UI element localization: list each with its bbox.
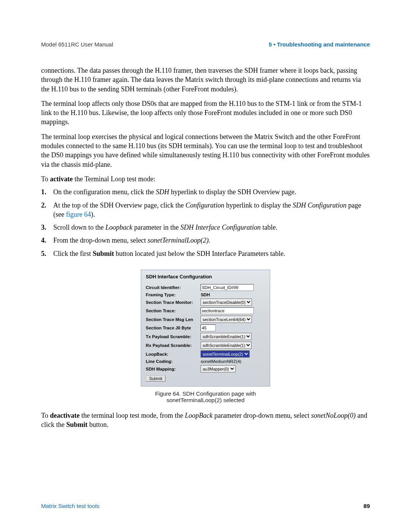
deact-loopback: LoopBack xyxy=(185,412,213,419)
step-4: 4. From the drop-down menu, select sonet… xyxy=(41,236,370,245)
row-linecode: Line Coding: sonetMediumNRZ(4) xyxy=(146,358,265,364)
label-stmsglen: Section Trace Msg Len xyxy=(146,315,201,324)
deact-mid: the terminal loop test mode, from the xyxy=(80,412,185,419)
label-stmon: Section Trace Monitor: xyxy=(146,298,201,307)
step-ital: Loopback xyxy=(105,224,132,231)
step-number: 1. xyxy=(41,187,46,197)
step-text: hyperlink to display the SDH Overview pa… xyxy=(169,188,296,196)
step-2: 2. At the top of the SDH Overview page, … xyxy=(41,201,370,219)
sdh-config-title: SDH Interface Configuration xyxy=(146,274,265,280)
step-text: From the drop-down menu, select xyxy=(53,236,148,244)
activate-post: the Terminal Loop test mode: xyxy=(73,175,155,183)
step-3: 3. Scroll down to the Loopback parameter… xyxy=(41,223,370,232)
step-number: 5. xyxy=(41,249,46,258)
step-ital: SDH xyxy=(156,188,169,196)
deact-end: button. xyxy=(88,421,108,428)
deact-submit: Submit xyxy=(66,421,88,428)
step-ital: SDH Interface Configuration xyxy=(180,224,261,231)
deact-pre: To xyxy=(41,412,50,419)
rx-payload-scramble-select[interactable]: sdhScrambleEnable(1) xyxy=(201,342,252,349)
step-ital: SDH Configuration xyxy=(293,201,347,209)
row-sdhmap: SDH Mapping: au3Mapper(0) xyxy=(146,364,265,373)
step-text: parameter in the xyxy=(132,224,180,231)
step-text: At the top of the SDH Overview page, cli… xyxy=(53,201,185,209)
label-sdhmap: SDH Mapping: xyxy=(146,364,201,373)
label-framing: Framing Type: xyxy=(146,292,201,298)
figure-64: SDH Interface Configuration Circuit Iden… xyxy=(141,270,270,403)
section-trace-monitor-select[interactable]: sectionTraceDisable(0) xyxy=(201,299,252,306)
activate-pre: To xyxy=(41,175,50,183)
step-text: button located just below the SDH Interf… xyxy=(114,250,285,257)
framing-value: SDH xyxy=(201,292,265,298)
step-text: Scroll down to the xyxy=(53,224,105,231)
page-number: 89 xyxy=(363,503,370,509)
step-ital: Configuration xyxy=(185,201,224,209)
footer-left: Matrix Switch test tools xyxy=(41,503,99,509)
step-text: table. xyxy=(261,224,277,231)
row-loop: LoopBack: sonetTerminalLoop(2) xyxy=(146,350,265,358)
sdh-config-panel: SDH Interface Configuration Circuit Iden… xyxy=(141,270,270,387)
step-text: On the configuration menu, click the xyxy=(53,188,156,196)
section-trace-input[interactable] xyxy=(201,307,254,314)
label-rxps: Rx Payload Scramble: xyxy=(146,341,201,350)
sdh-config-table: Circuit Identifier: Framing Type: SDH Se… xyxy=(146,283,265,373)
row-txps: Tx Payload Scramble: sdhScrambleEnable(1… xyxy=(146,332,265,341)
tx-payload-scramble-select[interactable]: sdhScrambleEnable(1) xyxy=(201,333,252,340)
steps-list: 1. On the configuration menu, click the … xyxy=(41,187,370,258)
section-trace-msg-len-select[interactable]: sectionTraceLen64(64) xyxy=(201,316,252,323)
step-1: 1. On the configuration menu, click the … xyxy=(41,187,370,197)
label-strace: Section Trace: xyxy=(146,307,201,315)
step-bold: Submit xyxy=(92,250,114,257)
figure-64-link[interactable]: figure 64 xyxy=(66,211,91,218)
header-left: Model 6511RC User Manual xyxy=(41,41,113,48)
label-stj0: Section Trace J0 Byte xyxy=(146,324,201,332)
step-ital: sonetTerminalLoop(2). xyxy=(148,236,210,244)
label-circuit: Circuit Identifier: xyxy=(146,283,201,292)
step-number: 3. xyxy=(41,223,46,232)
loopback-select[interactable]: sonetTerminalLoop(2) xyxy=(201,350,250,358)
step-text: ). xyxy=(91,211,95,218)
label-loop: LoopBack: xyxy=(146,350,201,358)
page-header: Model 6511RC User Manual 5 • Troubleshoo… xyxy=(41,41,370,48)
label-txps: Tx Payload Scramble: xyxy=(146,332,201,341)
activate-intro: To activate the Terminal Loop test mode: xyxy=(41,174,370,184)
section-trace-j0-input[interactable] xyxy=(201,324,216,331)
deact-bold: deactivate xyxy=(50,412,80,419)
row-stmon: Section Trace Monitor: sectionTraceDisab… xyxy=(146,298,265,307)
page-footer: Matrix Switch test tools 89 xyxy=(41,503,370,509)
step-number: 2. xyxy=(41,201,46,210)
row-stmsglen: Section Trace Msg Len sectionTraceLen64(… xyxy=(146,315,265,324)
row-circuit: Circuit Identifier: xyxy=(146,283,265,292)
deact-mid2: parameter drop-down menu, select xyxy=(213,412,311,419)
label-linecode: Line Coding: xyxy=(146,358,201,364)
deact-sonet: sonetNoLoop(0) xyxy=(311,412,356,419)
row-strace: Section Trace: xyxy=(146,307,265,315)
row-stj0: Section Trace J0 Byte xyxy=(146,324,265,332)
sdh-mapping-select[interactable]: au3Mapper(0) xyxy=(201,365,236,372)
step-5: 5. Click the first Submit button located… xyxy=(41,249,370,258)
step-text: hyperlink to display the xyxy=(224,201,292,209)
paragraph-2: The terminal loop affects only those DS0… xyxy=(41,99,370,127)
figure-caption: Figure 64. SDH Configuration page with s… xyxy=(141,390,270,403)
row-framing: Framing Type: SDH xyxy=(146,292,265,298)
submit-button[interactable]: Submit xyxy=(146,375,166,382)
step-number: 4. xyxy=(41,236,46,245)
activate-bold: activate xyxy=(50,175,73,183)
header-right: 5 • Troubleshooting and maintenance xyxy=(269,41,370,48)
paragraph-1: connections. The data passes through the… xyxy=(41,66,370,94)
linecode-value: sonetMediumNRZ(4) xyxy=(201,358,265,364)
paragraph-3: The terminal loop exercises the physical… xyxy=(41,132,370,169)
step-text: Click the first xyxy=(53,250,92,257)
deactivate-paragraph: To deactivate the terminal loop test mod… xyxy=(41,411,370,430)
circuit-identifier-input[interactable] xyxy=(201,284,254,291)
row-rxps: Rx Payload Scramble: sdhScrambleEnable(1… xyxy=(146,341,265,350)
